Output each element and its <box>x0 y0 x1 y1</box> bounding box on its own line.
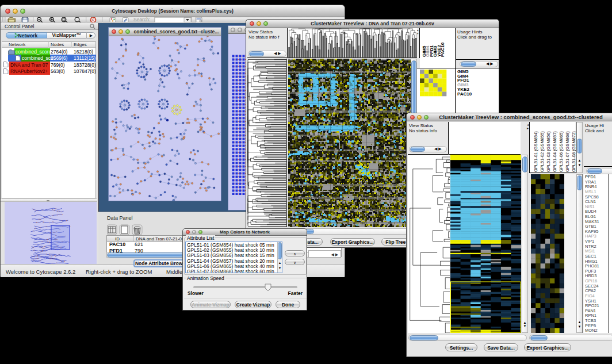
svg-text:Search:: Search: <box>133 17 150 22</box>
